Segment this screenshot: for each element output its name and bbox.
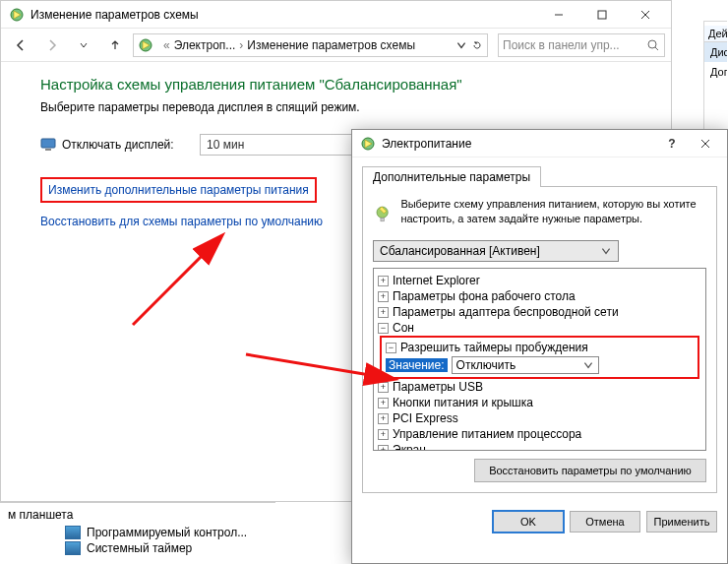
dialog-button-row: OK Отмена Применить — [352, 503, 727, 540]
page-title: Настройка схемы управления питанием "Сба… — [40, 76, 651, 93]
ok-button[interactable]: OK — [493, 511, 564, 533]
chevron-left-icon: « — [163, 38, 170, 52]
forward-button[interactable] — [38, 31, 66, 59]
dialog-intro: Выберите схему управления питанием, кото… — [400, 197, 706, 226]
dialog-title: Электропитание — [382, 137, 656, 151]
tree-node-wake-timers[interactable]: −Разрешить таймеры пробуждения — [386, 340, 694, 355]
highlight-frame: −Разрешить таймеры пробуждения Значение:… — [380, 336, 699, 379]
minimize-button[interactable] — [537, 1, 580, 29]
actions-panel: Действия Диспетч Доп — [703, 21, 727, 139]
cancel-button[interactable]: Отмена — [570, 511, 640, 533]
expand-icon[interactable]: + — [378, 291, 389, 302]
window-title: Изменение параметров схемы — [30, 8, 537, 22]
back-button[interactable] — [7, 31, 34, 59]
actions-header: Действия — [704, 26, 727, 42]
expand-icon[interactable]: + — [378, 445, 389, 452]
recent-dropdown-button[interactable] — [70, 31, 97, 59]
tree-node[interactable]: +Internet Explorer — [378, 273, 701, 288]
dialog-titlebar: Электропитание ? — [352, 130, 727, 157]
task-list: Программируемый контрол... Системный тай… — [65, 526, 247, 555]
display-off-value: 10 мин — [207, 138, 244, 152]
tree-node[interactable]: +Кнопки питания и крышка — [378, 395, 701, 410]
expand-icon[interactable]: + — [378, 429, 389, 440]
expand-icon[interactable]: + — [378, 307, 389, 318]
value-label: Значение: — [386, 358, 448, 372]
toolbar: « Электроп... › Изменение параметров схе… — [1, 29, 671, 62]
tab-advanced[interactable]: Дополнительные параметры — [362, 166, 541, 187]
settings-tree[interactable]: +Internet Explorer +Параметры фона рабоч… — [373, 268, 706, 451]
tree-node[interactable]: +PCI Express — [378, 410, 701, 426]
power-options-dialog: Электропитание ? Дополнительные параметр… — [351, 129, 728, 564]
expand-icon[interactable]: + — [378, 413, 389, 424]
close-button[interactable] — [688, 130, 723, 157]
power-icon — [138, 37, 153, 53]
dropdown-icon[interactable] — [455, 39, 467, 51]
bulb-icon — [373, 197, 393, 232]
plan-dropdown[interactable]: Сбалансированная [Активен] — [373, 240, 619, 262]
titlebar: Изменение параметров схемы — [1, 1, 671, 29]
device-icon — [65, 526, 81, 539]
search-placeholder: Поиск в панели упр... — [503, 38, 640, 52]
breadcrumb-2[interactable]: Изменение параметров схемы — [247, 38, 415, 52]
maximize-button[interactable] — [580, 1, 624, 29]
expand-icon[interactable]: + — [378, 276, 389, 286]
device-icon — [65, 541, 81, 555]
svg-point-3 — [648, 40, 656, 48]
breadcrumb-1[interactable]: Электроп... — [174, 38, 236, 52]
power-icon — [9, 7, 25, 23]
plan-value: Сбалансированная [Активен] — [380, 244, 540, 258]
tree-node[interactable]: +Параметры адаптера беспроводной сети — [378, 304, 701, 320]
task-row-1[interactable]: Программируемый контрол... — [65, 526, 247, 539]
up-button[interactable] — [101, 31, 129, 59]
tree-node-sleep[interactable]: −Сон — [378, 320, 701, 336]
close-button[interactable] — [624, 1, 667, 29]
display-off-label: Отключать дисплей: — [40, 137, 178, 153]
chevron-down-icon — [600, 245, 612, 257]
actions-item-2[interactable]: Доп — [704, 62, 727, 82]
restore-default-link[interactable]: Восстановить для схемы параметры по умол… — [40, 215, 323, 228]
monitor-icon — [40, 137, 56, 153]
tablet-caption: м планшета — [0, 502, 275, 526]
wake-timers-value-row[interactable]: Значение: Отключить — [386, 355, 694, 375]
chevron-down-icon — [582, 359, 594, 371]
tree-node[interactable]: +Параметры фона рабочего стола — [378, 288, 701, 304]
apply-button[interactable]: Применить — [646, 511, 717, 533]
task-row-2[interactable]: Системный таймер — [65, 541, 247, 555]
address-bar[interactable]: « Электроп... › Изменение параметров схе… — [133, 33, 488, 57]
restore-defaults-button[interactable]: Восстановить параметры по умолчанию — [474, 459, 706, 482]
tree-node[interactable]: +Управление питанием процессора — [378, 426, 701, 442]
search-icon — [646, 38, 660, 52]
collapse-icon[interactable]: − — [378, 323, 389, 334]
svg-rect-4 — [41, 139, 55, 148]
help-button[interactable]: ? — [656, 137, 688, 151]
actions-item-1[interactable]: Диспетч — [704, 42, 727, 62]
collapse-icon[interactable]: − — [386, 343, 396, 353]
svg-rect-8 — [381, 218, 384, 220]
tree-node[interactable]: +Параметры USB — [378, 379, 701, 395]
tree-node[interactable]: +Экран — [378, 442, 701, 451]
tab-panel: Выберите схему управления питанием, кото… — [362, 186, 717, 493]
svg-rect-1 — [598, 11, 606, 19]
svg-rect-5 — [45, 149, 51, 151]
page-subtext: Выберите параметры перевода дисплея в сп… — [40, 100, 651, 114]
refresh-icon[interactable] — [471, 39, 483, 51]
expand-icon[interactable]: + — [378, 382, 389, 393]
value-dropdown[interactable]: Отключить — [452, 356, 599, 374]
expand-icon[interactable]: + — [378, 398, 389, 408]
advanced-settings-link[interactable]: Изменить дополнительные параметры питани… — [40, 177, 317, 203]
power-icon — [360, 136, 376, 152]
search-input[interactable]: Поиск в панели упр... — [498, 33, 665, 57]
chevron-right-icon: › — [239, 38, 243, 52]
